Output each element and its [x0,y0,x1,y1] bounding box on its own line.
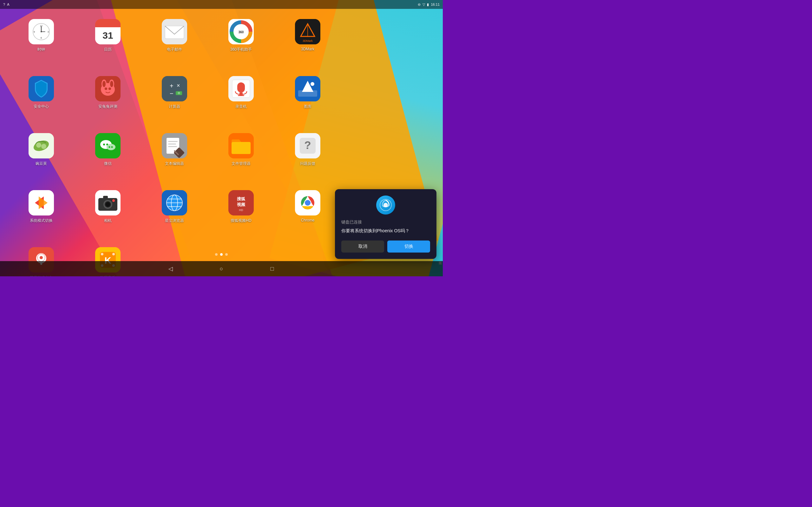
recorder-icon [229,76,254,101]
security-icon [29,76,54,101]
app-360[interactable]: 360 360手机助手 [222,19,260,70]
email-label: 电子邮件 [167,47,182,52]
app-wechat[interactable]: 微信 [89,133,127,184]
svg-point-93 [305,200,310,206]
sohu-label: 搜狐视频HD [231,218,251,223]
wandoujia-label: 豌豆荚 [36,161,47,166]
wandoujia-icon [29,133,54,158]
svg-point-52 [103,144,105,146]
svg-point-44 [310,82,314,86]
app-calculator[interactable]: + × − = 计算器 [155,76,194,127]
app-texteditor[interactable]: 文本编辑器 [155,133,194,184]
back-button[interactable]: ◁ [164,262,177,275]
switcher-icon [29,190,54,216]
status-bar-right: ⊖ ▽ ▮ 16:11 [418,3,440,7]
svg-rect-14 [165,26,184,39]
svg-text:?: ? [304,139,311,151]
svg-text:3: 3 [48,31,49,33]
gallery-icon [295,76,320,101]
svg-rect-45 [298,90,317,97]
app-sohu[interactable]: 搜狐 视频 HD 搜狐视频HD [222,190,260,241]
svg-rect-59 [168,141,177,142]
app-clock[interactable]: 12 6 9 3 时钟 [22,19,60,70]
svg-text:×: × [177,82,180,89]
svg-rect-39 [237,82,245,93]
3dmark-label: 3DMark [301,47,314,51]
3dmark-icon: 3DMark [295,19,320,44]
app-icon-small: A [7,3,9,6]
app-antutu[interactable]: 安兔兔评测 [89,76,127,127]
svg-rect-61 [168,146,177,147]
calculator-label: 计算器 [169,104,180,109]
svg-text:−: − [170,90,173,97]
wifi-icon: ▽ [422,3,425,7]
page-dots [215,253,228,256]
battery-minus-icon: ⊖ [418,3,420,7]
dot-2[interactable] [220,253,223,256]
clock-icon: 12 6 9 3 [29,19,54,44]
calculator-icon: + × − = [162,76,187,101]
app-wandoujia[interactable]: 豌豆荚 [22,133,60,184]
svg-text:HD: HD [239,209,243,212]
app-filemanager[interactable]: 文件管理器 [222,133,260,184]
browser-icon [162,190,187,216]
svg-point-55 [109,147,110,148]
dialog-confirm-button[interactable]: 切换 [387,240,430,252]
dialog-title: 键盘已连接 [341,219,430,225]
svg-text:9: 9 [34,31,35,33]
svg-text:=: = [177,91,180,96]
camera-label: 相机 [104,218,112,223]
app-calendar[interactable]: 31 日历 [89,19,127,70]
home-button[interactable]: ○ [215,262,228,275]
svg-point-105 [101,253,103,256]
clock-label: 时钟 [38,47,45,52]
antutu-label: 安兔兔评测 [98,104,117,109]
dot-1[interactable] [215,253,217,256]
recorder-label: 录音机 [235,104,247,109]
app-switcher[interactable]: 系统模式切换 [22,190,60,241]
app-browser[interactable]: 星尘浏览器 [155,190,194,241]
app-camera[interactable]: 相机 [89,190,127,241]
clock-status: 16:11 [431,3,440,6]
app-security[interactable]: 安全中心 [22,76,60,127]
battery-icon: ▮ [427,3,429,7]
app-chrome[interactable]: Chrome [289,190,327,241]
feedback-icon: ? [295,133,320,158]
svg-rect-77 [103,196,108,199]
svg-point-7 [41,31,42,32]
sohu-icon: 搜狐 视频 HD [229,190,254,216]
browser-label: 星尘浏览器 [165,218,184,223]
feedback-label: 问题反馈 [300,161,315,166]
app-recorder[interactable]: 录音机 [222,76,260,127]
wechat-icon [95,133,120,158]
svg-text:31: 31 [102,30,113,41]
texteditor-label: 文本编辑器 [165,161,184,166]
svg-point-49 [41,144,46,149]
dialog-message: 你要将系统切换到Phoenix OS吗？ [341,228,430,234]
app-gallery[interactable]: 图库 [289,76,327,127]
svg-text:+: + [170,82,173,89]
email-icon [162,19,187,44]
dialog-cancel-button[interactable]: 取消 [341,240,384,252]
svg-point-56 [111,147,113,148]
app-feedback[interactable]: ? 问题反馈 [289,133,327,184]
chrome-icon-bg [295,190,320,216]
svg-point-54 [107,144,115,150]
svg-point-110 [384,203,388,207]
chrome-label: Chrome [301,218,315,222]
notification-icon: ? [3,3,5,6]
svg-point-30 [108,88,111,90]
recent-button[interactable]: □ [266,262,278,275]
antutu-icon [95,76,120,101]
svg-text:3DMark: 3DMark [303,39,313,43]
status-bar-left: ? A [3,3,9,6]
svg-point-28 [110,81,113,87]
dot-3[interactable] [225,253,228,256]
svg-text:360: 360 [239,31,244,34]
360-label: 360手机助手 [230,47,252,52]
gallery-label: 图库 [304,104,311,109]
app-email[interactable]: 电子邮件 [155,19,194,70]
wechat-label: 微信 [104,161,112,166]
app-3dmark[interactable]: 3DMark 3DMark [289,19,327,70]
svg-rect-60 [168,144,176,145]
